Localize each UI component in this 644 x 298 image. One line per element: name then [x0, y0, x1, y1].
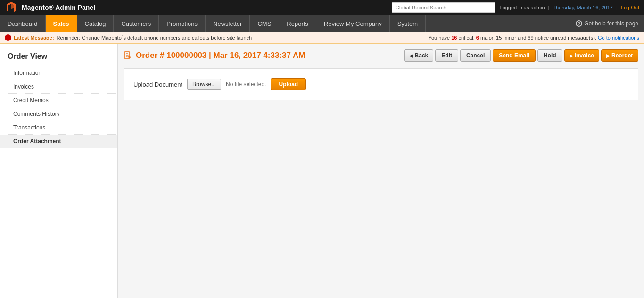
nav-item-promotions[interactable]: Promotions [159, 15, 206, 32]
logo-area: Magento® Admin Panel [5, 1, 95, 14]
get-help-link[interactable]: ? Get help for this page [570, 15, 644, 32]
edit-button[interactable]: Edit [435, 49, 458, 62]
go-notifications-link[interactable]: Go to notifications [598, 35, 639, 40]
back-button[interactable]: ◀ Back [404, 49, 434, 62]
sidebar-item-transactions[interactable]: Transactions [0, 121, 117, 135]
upload-document-label: Upload Document [133, 81, 182, 88]
invoice-icon: ▶ [570, 53, 573, 58]
nav-item-newsletter[interactable]: Newsletter [206, 15, 250, 32]
reorder-button[interactable]: ▶ Reorder [601, 49, 638, 62]
hold-button[interactable]: Hold [537, 49, 562, 62]
invoice-button[interactable]: ▶ Invoice [564, 49, 599, 62]
major-count: 6 [476, 35, 479, 40]
no-file-text: No file selected. [226, 81, 266, 88]
sidebar-item-credit-memos[interactable]: Credit Memos [0, 94, 117, 107]
sidebar-title: Order View [0, 48, 117, 66]
nav-item-dashboard[interactable]: Dashboard [0, 15, 46, 32]
browse-button[interactable]: Browse... [187, 79, 221, 90]
order-buttons: ◀ Back Edit Cancel Send Email Hold ▶ Inv… [404, 49, 638, 62]
global-search-input[interactable] [392, 2, 495, 13]
logo-text: Magento® Admin Panel [22, 4, 95, 11]
alert-message: Reminder: Change Magento`s default phone… [57, 35, 252, 40]
logout-link[interactable]: Log Out [621, 5, 639, 10]
alert-bar: ! Latest Message: Reminder: Change Magen… [0, 32, 644, 44]
upload-row: Upload Document Browse... No file select… [133, 78, 628, 90]
alert-icon: ! [5, 34, 11, 41]
order-header: Order # 100000003 | Mar 16, 2017 4:33:37… [124, 49, 638, 62]
nav-item-catalog[interactable]: Catalog [77, 15, 114, 32]
sidebar-item-comments-history[interactable]: Comments History [0, 107, 117, 121]
sidebar-item-order-attachment[interactable]: Order Attachment [0, 135, 117, 148]
critical-count: 16 [451, 35, 457, 40]
cancel-button[interactable]: Cancel [460, 49, 491, 62]
sidebar-item-invoices[interactable]: Invoices [0, 80, 117, 94]
nav-item-cms[interactable]: CMS [250, 15, 279, 32]
alert-right: You have 16 critical, 6 major, 15 minor … [429, 35, 639, 40]
order-title-area: Order # 100000003 | Mar 16, 2017 4:33:37… [124, 51, 305, 60]
nav-item-review-my-company[interactable]: Review My Company [316, 15, 390, 32]
help-circle-icon: ? [576, 20, 582, 27]
alert-left: ! Latest Message: Reminder: Change Magen… [5, 34, 252, 41]
nav-item-system[interactable]: System [390, 15, 426, 32]
magento-logo-icon [5, 1, 18, 14]
nav-item-reports[interactable]: Reports [279, 15, 316, 32]
top-right-area: Logged in as admin | Thursday, March 16,… [392, 2, 639, 13]
send-email-button[interactable]: Send Email [493, 49, 536, 62]
user-info: Logged in as admin | Thursday, March 16,… [499, 5, 639, 10]
sidebar: Order View Information Invoices Credit M… [0, 44, 118, 298]
nav-bar: Dashboard Sales Catalog Customers Promot… [0, 15, 644, 32]
top-bar: Magento® Admin Panel Logged in as admin … [0, 0, 644, 15]
reorder-icon: ▶ [606, 53, 610, 58]
nav-item-sales[interactable]: Sales [46, 15, 77, 32]
alert-label: Latest Message: [14, 35, 54, 40]
upload-button[interactable]: Upload [271, 78, 306, 90]
sidebar-item-information[interactable]: Information [0, 66, 117, 80]
nav-item-customers[interactable]: Customers [114, 15, 159, 32]
back-arrow-icon: ◀ [409, 53, 413, 58]
upload-area: Upload Document Browse... No file select… [124, 68, 638, 100]
order-document-icon [124, 51, 132, 60]
order-title: Order # 100000003 | Mar 16, 2017 4:33:37… [136, 51, 305, 60]
content-area: Order # 100000003 | Mar 16, 2017 4:33:37… [118, 44, 644, 298]
main-layout: Order View Information Invoices Credit M… [0, 44, 644, 298]
